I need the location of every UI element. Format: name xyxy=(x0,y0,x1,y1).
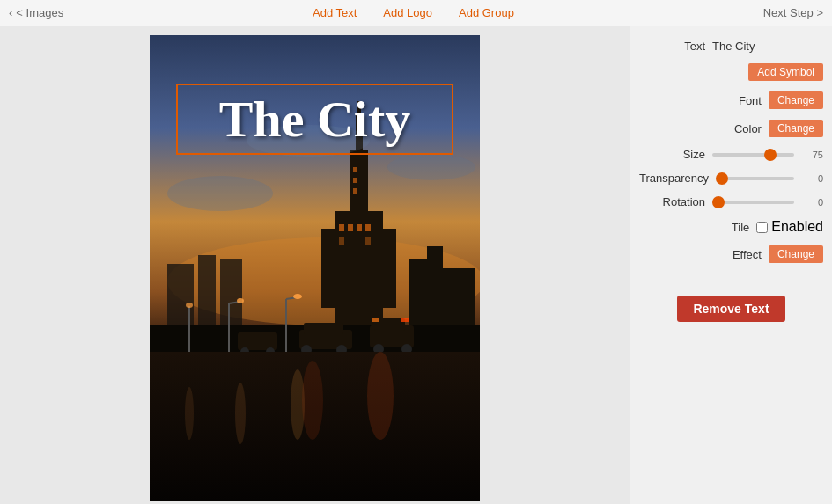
svg-rect-11 xyxy=(339,224,344,231)
svg-point-43 xyxy=(237,298,244,303)
svg-rect-10 xyxy=(379,229,396,308)
size-slider[interactable] xyxy=(712,153,794,157)
add-group-link[interactable]: Add Group xyxy=(459,6,514,19)
transparency-value: 0 xyxy=(801,173,823,184)
rotation-label: Rotation xyxy=(639,195,705,208)
text-label: Text xyxy=(639,40,705,53)
text-value: The City xyxy=(712,40,823,53)
transparency-slider[interactable] xyxy=(716,177,794,180)
size-slider-container xyxy=(712,153,794,157)
svg-rect-29 xyxy=(401,318,409,322)
svg-rect-9 xyxy=(321,229,339,308)
color-label: Color xyxy=(696,122,762,135)
svg-rect-22 xyxy=(427,246,443,330)
svg-point-45 xyxy=(186,303,193,308)
font-label: Font xyxy=(696,94,762,107)
svg-point-47 xyxy=(235,383,246,444)
size-value: 75 xyxy=(801,150,823,160)
svg-rect-12 xyxy=(348,224,353,231)
main-content: The City Text The City Add Symbol Font C… xyxy=(0,26,832,504)
tile-row: Tile Enabled xyxy=(639,219,823,235)
remove-text-container: Remove Text xyxy=(639,287,823,322)
add-symbol-button[interactable]: Add Symbol xyxy=(748,63,823,81)
svg-point-52 xyxy=(387,154,475,180)
color-row: Color Change xyxy=(639,120,823,137)
remove-text-button[interactable]: Remove Text xyxy=(677,296,784,322)
text-overlay[interactable]: The City xyxy=(176,84,453,155)
top-nav: ‹ < Images Add Text Add Logo Add Group N… xyxy=(0,0,832,26)
size-row: Size 75 xyxy=(639,148,823,161)
svg-rect-3 xyxy=(198,255,216,334)
svg-rect-13 xyxy=(357,224,362,231)
add-logo-link[interactable]: Add Logo xyxy=(383,6,432,19)
tile-label: Tile xyxy=(683,221,749,234)
rotation-row: Rotation 0 xyxy=(639,195,823,208)
svg-rect-17 xyxy=(353,167,357,172)
svg-rect-4 xyxy=(220,259,242,334)
svg-rect-19 xyxy=(353,188,357,194)
add-symbol-row: Add Symbol xyxy=(639,63,823,81)
transparency-row: Transparency 0 xyxy=(639,172,823,185)
svg-rect-15 xyxy=(339,237,344,245)
svg-point-40 xyxy=(293,294,302,299)
tile-enabled-label: Enabled xyxy=(771,219,823,235)
svg-point-51 xyxy=(167,176,273,211)
right-panel: Text The City Add Symbol Font Change Col… xyxy=(630,26,832,504)
effect-change-button[interactable]: Change xyxy=(769,245,823,263)
svg-rect-14 xyxy=(365,224,371,231)
svg-rect-34 xyxy=(238,332,277,350)
text-row: Text The City xyxy=(639,40,823,53)
nav-center: Add Text Add Logo Add Group xyxy=(313,6,514,19)
rotation-slider-container xyxy=(712,201,794,204)
overlay-text: The City xyxy=(219,90,411,149)
canvas-area: The City xyxy=(0,26,630,504)
next-step-label[interactable]: Next Step > xyxy=(763,6,823,19)
next-step-button[interactable]: Next Step > xyxy=(763,6,823,19)
image-container[interactable]: The City xyxy=(150,35,480,501)
tile-checkbox-area: Enabled xyxy=(756,219,823,235)
svg-rect-28 xyxy=(372,318,379,322)
effect-row: Effect Change xyxy=(639,245,823,263)
rotation-slider[interactable] xyxy=(712,201,794,204)
color-change-button[interactable]: Change xyxy=(769,120,823,137)
svg-point-49 xyxy=(367,352,394,440)
font-change-button[interactable]: Change xyxy=(769,91,823,109)
transparency-slider-container xyxy=(716,177,794,180)
transparency-label: Transparency xyxy=(639,172,709,185)
svg-point-50 xyxy=(302,361,323,440)
svg-rect-18 xyxy=(353,178,357,183)
back-label[interactable]: < Images xyxy=(16,6,63,19)
size-label: Size xyxy=(639,148,705,161)
effect-label: Effect xyxy=(696,248,762,261)
add-text-link[interactable]: Add Text xyxy=(313,6,357,19)
svg-rect-25 xyxy=(374,318,405,331)
back-arrow-icon: ‹ xyxy=(9,6,12,19)
svg-rect-16 xyxy=(365,237,371,245)
svg-point-48 xyxy=(185,387,194,440)
font-row: Font Change xyxy=(639,91,823,109)
svg-rect-21 xyxy=(440,268,475,330)
back-button[interactable]: ‹ < Images xyxy=(9,6,63,19)
svg-rect-31 xyxy=(304,323,343,334)
rotation-value: 0 xyxy=(801,197,823,208)
tile-checkbox[interactable] xyxy=(756,222,768,233)
